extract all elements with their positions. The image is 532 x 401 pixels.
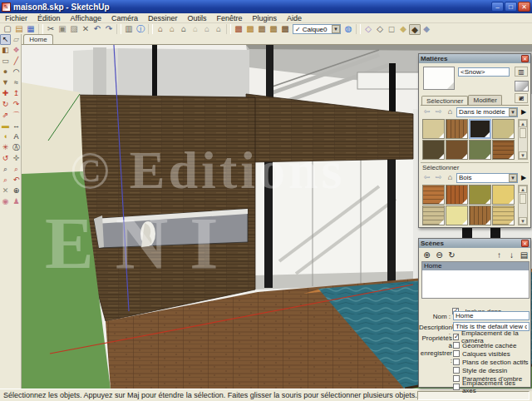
back-arrow-icon[interactable]: ⇦	[421, 107, 432, 117]
look-around-tool[interactable]: ◉	[0, 196, 11, 207]
details-arrow-icon[interactable]: ▶	[519, 173, 529, 183]
scroll-thumb[interactable]	[520, 194, 526, 204]
home-icon[interactable]: ⌂	[445, 173, 456, 183]
freehand-tool[interactable]: ≈	[11, 77, 22, 88]
new-icon[interactable]: ▢	[2, 24, 13, 35]
scene-details-icon[interactable]: ▤	[519, 250, 530, 260]
secondary-material-swatch[interactable]	[515, 81, 529, 92]
polygon-tool[interactable]: ▼	[0, 77, 11, 88]
line-tool[interactable]: ╱	[11, 56, 22, 67]
arc-tool[interactable]: ◠	[11, 67, 22, 77]
move-scene-down-icon[interactable]: ↓	[506, 250, 517, 260]
components-browser-icon[interactable]: ▩	[233, 24, 244, 35]
wood-pale-planks[interactable]	[422, 205, 445, 225]
layers-browser-icon[interactable]: ▩	[268, 24, 279, 35]
material-wood-horizontal[interactable]	[492, 140, 515, 160]
undo-icon[interactable]: ↶	[91, 24, 103, 35]
shaded-textures-style-icon[interactable]: ◆	[409, 24, 421, 35]
zoom-tool[interactable]: ⌕	[0, 164, 11, 175]
home-icon[interactable]: ⌂	[445, 107, 456, 117]
material-brown[interactable]	[446, 140, 468, 160]
view-top-icon[interactable]: ⌂	[166, 24, 178, 35]
scenes-panel-titlebar[interactable]: Scènes ✕	[419, 239, 530, 248]
model-info-icon[interactable]: ⓘ	[135, 24, 146, 35]
chevron-down-icon[interactable]: ▼	[509, 174, 517, 182]
delete-guides-tool[interactable]: ✕	[0, 186, 11, 196]
dimension-tool[interactable]: ↔	[11, 121, 22, 131]
eraser-tool[interactable]: ▱	[11, 34, 22, 45]
swatch-scrollbar[interactable]: ▲ ▼	[518, 119, 528, 160]
wireframe-style-icon[interactable]: ◇	[374, 24, 386, 35]
item[interactable]: Fichier	[0, 14, 32, 22]
monochrome-style-icon[interactable]: ◆	[421, 24, 432, 35]
view-right-icon[interactable]: ⌂	[190, 24, 201, 35]
view-iso-icon[interactable]: ⌂	[155, 24, 166, 35]
scene-name-input[interactable]	[453, 311, 530, 320]
move-tool[interactable]: ✚	[0, 88, 11, 99]
material-wood-vertical[interactable]	[446, 119, 468, 139]
item[interactable]: Fenêtre	[211, 14, 247, 22]
tape-measure-tool[interactable]: ▬	[0, 121, 11, 131]
add-scene-icon[interactable]: ⊕	[421, 250, 432, 260]
collection-dropdown[interactable]: Dans le modèle ▼	[456, 107, 518, 117]
scroll-down-icon[interactable]: ▼	[519, 151, 527, 159]
view-back-icon[interactable]: ⌂	[201, 24, 213, 35]
zoom-extents-tool[interactable]: ⌕	[0, 175, 11, 186]
pan-tool[interactable]: ✜	[11, 153, 22, 164]
minimize-button[interactable]: –	[491, 2, 504, 12]
save-icon[interactable]: ▦	[25, 24, 37, 35]
item[interactable]: Affichage	[66, 14, 106, 22]
view-left-icon[interactable]: ⌂	[213, 24, 224, 35]
property-checkbox[interactable]	[453, 334, 459, 340]
layers-dropdown[interactable]: ✓ Calque0 ▼	[293, 24, 341, 34]
open-icon[interactable]: ▤	[13, 24, 25, 35]
paint-bucket-tool[interactable]: ◧	[0, 45, 11, 56]
cut-icon[interactable]: ✂	[45, 24, 57, 35]
rectangle-tool[interactable]: ▭	[0, 56, 11, 67]
materials-panel-titlebar[interactable]: Matières ✕	[419, 54, 530, 63]
text-tool[interactable]: A	[11, 131, 22, 142]
material-black[interactable]	[469, 119, 491, 139]
push-pull-tool[interactable]: ↥	[11, 88, 22, 99]
property-checkbox[interactable]	[453, 359, 460, 365]
remove-scene-icon[interactable]: ⊖	[434, 250, 445, 260]
property-checkbox[interactable]	[453, 367, 460, 374]
material-name-input[interactable]	[458, 67, 510, 77]
material-tan[interactable]	[422, 119, 445, 139]
scroll-thumb[interactable]	[520, 128, 526, 138]
hidden-line-style-icon[interactable]: ◻	[386, 24, 397, 35]
orbit-tool[interactable]: ↺	[0, 153, 11, 164]
walk-tool[interactable]: ♟	[11, 196, 22, 207]
details-arrow-icon[interactable]: ▶	[519, 107, 529, 117]
scroll-up-icon[interactable]: ▲	[519, 120, 527, 127]
axes-tool[interactable]: ✳	[0, 142, 11, 153]
wood-orange[interactable]	[422, 185, 445, 205]
offset-tool[interactable]: ⌒	[11, 110, 22, 121]
position-camera-tool[interactable]: ⊕	[11, 186, 22, 196]
update-scene-icon[interactable]: ↻	[446, 250, 457, 260]
scale-tool[interactable]: ⇗	[0, 110, 11, 121]
property-checkbox[interactable]	[453, 350, 460, 357]
forward-arrow-icon[interactable]: ⇨	[433, 173, 444, 183]
erase-icon[interactable]: ✕	[80, 24, 91, 35]
chevron-down-icon[interactable]: ▼	[509, 108, 517, 116]
property-checkbox[interactable]	[453, 342, 460, 349]
view-front-icon[interactable]: ⌂	[178, 24, 190, 35]
rotate-tool[interactable]: ↻	[0, 99, 11, 110]
item[interactable]: Plugins	[248, 14, 283, 22]
styles-browser-icon[interactable]: ▩	[256, 24, 268, 35]
item[interactable]: Outils	[182, 14, 211, 22]
make-component-tool[interactable]: ❖	[11, 45, 22, 56]
outliner-icon[interactable]: ▩	[279, 24, 291, 35]
circle-tool[interactable]: ●	[0, 67, 11, 77]
scene-tab-home[interactable]: Home	[23, 34, 53, 44]
paste-icon[interactable]: ▨	[68, 24, 80, 35]
scroll-up-icon[interactable]: ▲	[519, 186, 527, 193]
chevron-down-icon[interactable]: ▼	[332, 25, 340, 33]
zoom-previous-tool[interactable]: ↶	[11, 175, 22, 186]
property-checkbox[interactable]	[453, 384, 460, 390]
eyedropper-icon[interactable]: ✒	[519, 94, 525, 102]
shaded-style-icon[interactable]: ◆	[397, 24, 409, 35]
maximize-button[interactable]: □	[505, 2, 517, 12]
wood-olive[interactable]	[469, 185, 491, 205]
